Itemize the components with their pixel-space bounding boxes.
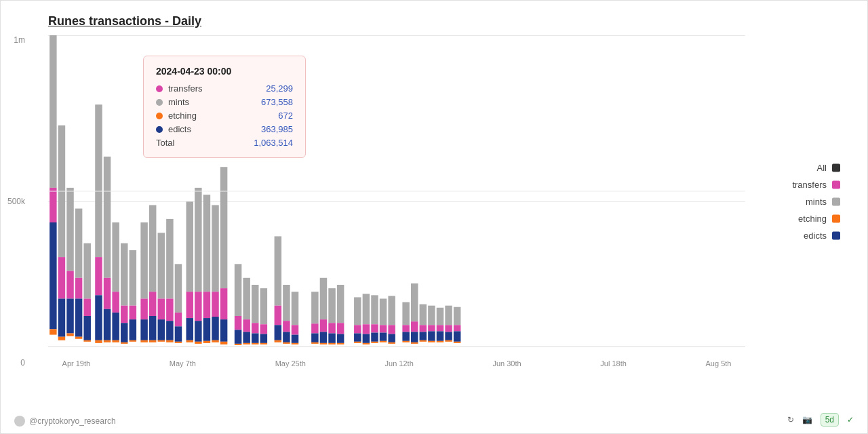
svg-rect-63 <box>186 340 193 342</box>
bar-group-7 <box>104 157 111 342</box>
svg-rect-108 <box>311 292 318 323</box>
svg-rect-0 <box>50 35 56 188</box>
svg-rect-167 <box>445 340 452 342</box>
svg-rect-19 <box>83 340 90 342</box>
svg-rect-14 <box>75 298 82 336</box>
svg-rect-146 <box>402 332 409 341</box>
svg-rect-149 <box>411 321 418 332</box>
bar-group-2 <box>58 125 65 340</box>
svg-rect-8 <box>66 188 73 271</box>
svg-rect-73 <box>212 292 218 317</box>
svg-rect-132 <box>371 295 378 324</box>
svg-rect-89 <box>252 323 258 333</box>
legend-item-edicts: edicts <box>792 231 840 241</box>
svg-rect-141 <box>388 325 395 334</box>
bar-group-17 <box>195 188 201 344</box>
bar-group-41 <box>437 308 443 342</box>
tooltip-value-transfers: 25,299 <box>266 83 293 94</box>
svg-rect-82 <box>235 330 241 343</box>
x-label-apr19: Apr 19th <box>62 359 91 368</box>
bar-group-9 <box>121 243 127 344</box>
bar-group-37 <box>402 302 409 342</box>
svg-rect-133 <box>371 324 378 332</box>
svg-rect-1 <box>50 188 56 222</box>
svg-rect-34 <box>121 323 127 342</box>
svg-rect-42 <box>140 319 147 340</box>
svg-rect-87 <box>243 343 250 344</box>
svg-rect-35 <box>121 342 127 344</box>
x-label-may7: May 7th <box>170 359 196 368</box>
svg-rect-147 <box>402 341 409 342</box>
svg-rect-22 <box>95 295 102 340</box>
bar-group-34 <box>371 295 378 343</box>
svg-rect-165 <box>445 325 452 332</box>
svg-rect-83 <box>235 344 241 345</box>
svg-rect-39 <box>130 340 136 342</box>
y-label-1m: 1m <box>14 35 25 45</box>
svg-rect-51 <box>158 340 165 342</box>
tooltip: 2024-04-23 00:00 transfers 25,299 mints … <box>143 56 306 158</box>
svg-rect-59 <box>175 342 182 343</box>
legend-item-transfers: transfers <box>792 180 840 190</box>
transfers-dot <box>156 85 163 92</box>
svg-rect-126 <box>354 334 361 342</box>
bar-group-24 <box>260 288 267 344</box>
tooltip-value-etching: 672 <box>278 111 293 121</box>
svg-rect-3 <box>50 329 56 334</box>
mints-legend-icon <box>832 197 840 205</box>
svg-rect-79 <box>220 342 227 344</box>
bar-group-29 <box>320 278 327 344</box>
svg-rect-134 <box>371 333 378 342</box>
svg-rect-120 <box>337 285 344 323</box>
svg-rect-112 <box>320 278 327 319</box>
x-label-jul18: Jul 18th <box>600 359 627 368</box>
svg-rect-7 <box>58 337 65 340</box>
svg-rect-65 <box>195 292 201 321</box>
svg-rect-31 <box>112 340 119 342</box>
y-axis: 1m 500k 0 <box>7 35 25 368</box>
svg-rect-80 <box>235 264 241 316</box>
svg-rect-55 <box>166 340 173 342</box>
svg-rect-142 <box>388 334 395 342</box>
bar-group-36 <box>388 296 395 344</box>
svg-rect-104 <box>292 292 298 325</box>
bar-group-20 <box>220 167 227 344</box>
svg-rect-98 <box>275 325 281 340</box>
svg-rect-75 <box>212 340 218 342</box>
svg-rect-41 <box>140 298 147 319</box>
svg-rect-52 <box>166 219 173 299</box>
svg-rect-6 <box>58 298 65 336</box>
svg-rect-81 <box>235 316 241 330</box>
legend: All transfers mints etching edicts <box>792 163 840 241</box>
svg-rect-24 <box>104 157 111 278</box>
svg-rect-135 <box>371 342 378 343</box>
period-badge[interactable]: 5d <box>821 413 839 427</box>
svg-rect-164 <box>445 306 452 326</box>
tooltip-date: 2024-04-23 00:00 <box>156 66 293 77</box>
x-label-aug5: Aug 5th <box>706 359 732 368</box>
camera-icon[interactable]: 📷 <box>802 415 812 425</box>
refresh-icon[interactable]: ↻ <box>787 415 794 425</box>
svg-rect-2 <box>50 222 56 329</box>
svg-rect-18 <box>83 316 90 340</box>
svg-rect-25 <box>104 278 111 309</box>
svg-rect-56 <box>175 264 182 313</box>
svg-rect-72 <box>212 205 218 292</box>
footer-right: ↻ 📷 5d ✓ <box>787 413 854 427</box>
svg-rect-119 <box>328 343 335 344</box>
svg-rect-58 <box>175 326 182 341</box>
svg-rect-54 <box>166 321 173 340</box>
svg-rect-11 <box>66 334 73 336</box>
bar-group-28 <box>311 292 318 344</box>
bar-group-42 <box>445 306 452 342</box>
svg-rect-90 <box>252 334 258 343</box>
svg-rect-93 <box>260 324 267 334</box>
svg-rect-125 <box>354 325 361 333</box>
svg-rect-29 <box>112 292 119 313</box>
svg-rect-92 <box>260 288 267 324</box>
bar-group-25 <box>275 236 281 342</box>
svg-rect-100 <box>283 285 290 321</box>
svg-rect-140 <box>388 296 395 325</box>
svg-rect-131 <box>363 343 370 344</box>
svg-rect-70 <box>203 318 210 341</box>
